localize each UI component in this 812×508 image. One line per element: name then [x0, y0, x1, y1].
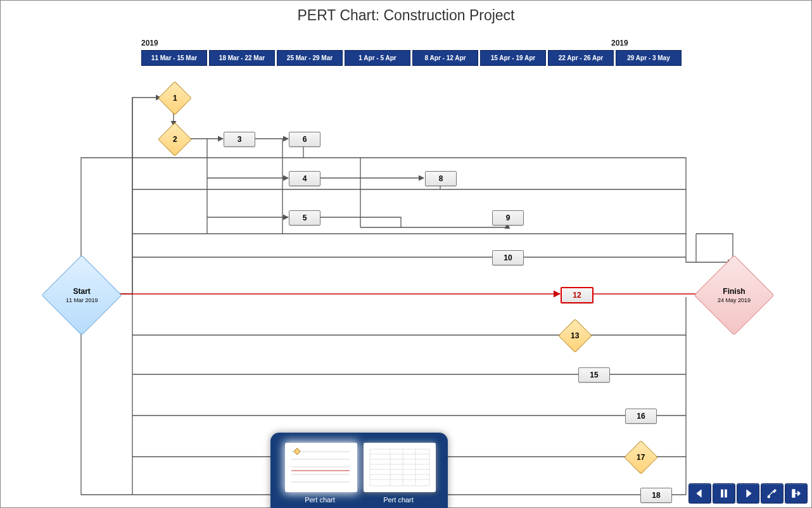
- timeline: 11 Mar - 15 Mar 18 Mar - 22 Mar 25 Mar -…: [141, 50, 682, 66]
- connector-layer: [1, 1, 812, 508]
- task-10[interactable]: 10: [492, 250, 524, 265]
- start-title: Start: [66, 287, 98, 296]
- task-9[interactable]: 9: [492, 210, 524, 225]
- task-18[interactable]: 18: [640, 488, 672, 503]
- timeline-week: 22 Apr - 26 Apr: [548, 50, 614, 66]
- timeline-week: 1 Apr - 5 Apr: [345, 50, 410, 66]
- timeline-week: 18 Mar - 22 Mar: [209, 50, 275, 66]
- timeline-week: 8 Apr - 12 Apr: [412, 50, 478, 66]
- task-3[interactable]: 3: [224, 132, 255, 147]
- svg-rect-18: [725, 490, 727, 497]
- milestone-13[interactable]: 13: [558, 319, 592, 353]
- view-switcher-panel: Pert chart Pert chart: [270, 433, 448, 508]
- next-button[interactable]: [737, 483, 759, 504]
- exit-icon: [790, 488, 802, 499]
- thumbnail-caption: Pert chart: [364, 496, 433, 504]
- thumbnail-image: [364, 443, 436, 492]
- thumbnail-pert-table[interactable]: Pert chart: [364, 443, 433, 504]
- pause-icon: [718, 488, 730, 499]
- finish-title: Finish: [718, 287, 751, 296]
- timeline-week: 29 Apr - 3 May: [616, 50, 682, 66]
- task-5[interactable]: 5: [289, 210, 320, 225]
- task-15[interactable]: 15: [578, 367, 610, 383]
- exit-button[interactable]: [785, 483, 808, 504]
- start-date: 11 Mar 2019: [66, 297, 98, 303]
- prev-button[interactable]: [688, 483, 711, 504]
- next-icon: [742, 488, 754, 499]
- diagram-canvas: PERT Chart: Construction Project 2019 20…: [0, 0, 812, 508]
- pause-button[interactable]: [713, 483, 735, 504]
- svg-rect-7: [370, 449, 429, 486]
- task-12-critical[interactable]: 12: [561, 287, 593, 303]
- svg-rect-6: [294, 448, 300, 455]
- svg-rect-17: [721, 490, 723, 497]
- timeline-year-left: 2019: [141, 39, 158, 48]
- settings-icon: [766, 488, 778, 499]
- page-title: PERT Chart: Construction Project: [1, 7, 811, 24]
- task-4[interactable]: 4: [289, 171, 320, 186]
- timeline-week: 15 Apr - 19 Apr: [480, 50, 546, 66]
- task-6[interactable]: 6: [289, 132, 320, 147]
- playback-toolbar: [688, 483, 808, 504]
- milestone-17[interactable]: 17: [624, 440, 658, 474]
- timeline-week: 11 Mar - 15 Mar: [141, 50, 207, 66]
- prev-icon: [694, 488, 706, 499]
- finish-node[interactable]: Finish 24 May 2019: [694, 255, 774, 335]
- milestone-1[interactable]: 1: [158, 81, 192, 115]
- finish-date: 24 May 2019: [718, 297, 751, 303]
- thumbnail-pert-chart[interactable]: Pert chart: [285, 443, 355, 504]
- task-16[interactable]: 16: [625, 409, 657, 424]
- task-8[interactable]: 8: [425, 171, 457, 186]
- start-node[interactable]: Start 11 Mar 2019: [41, 255, 122, 335]
- timeline-year-right: 2019: [611, 39, 628, 48]
- thumbnail-caption: Pert chart: [285, 496, 355, 504]
- milestone-2[interactable]: 2: [158, 122, 192, 156]
- thumbnail-image: [285, 443, 357, 492]
- settings-button[interactable]: [761, 483, 783, 504]
- svg-point-19: [768, 496, 770, 498]
- timeline-week: 25 Mar - 29 Mar: [277, 50, 343, 66]
